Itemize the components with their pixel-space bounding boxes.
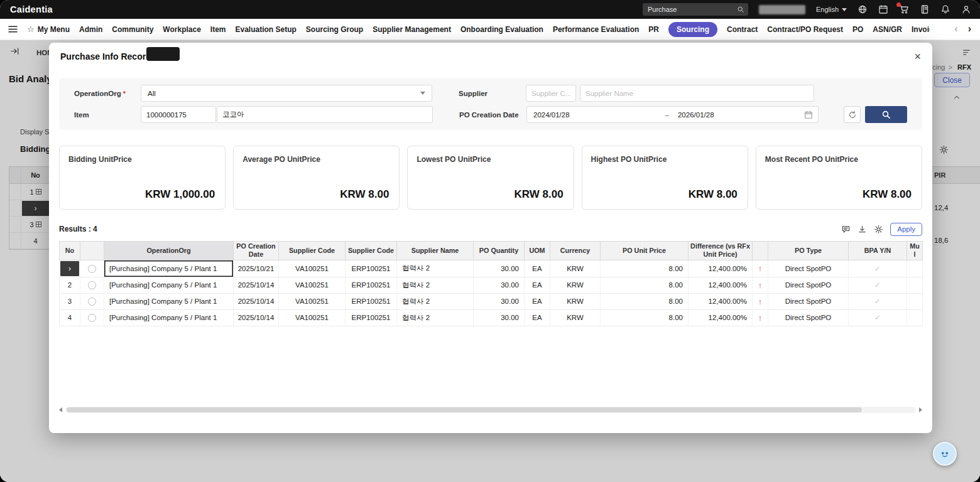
row-number-cell[interactable]: 4 xyxy=(60,309,80,326)
column-header[interactable]: PO Quantity xyxy=(474,242,525,260)
column-header[interactable]: PO Creation Date xyxy=(234,242,279,260)
cell-uom[interactable]: EA xyxy=(525,293,550,309)
horizontal-scrollbar[interactable] xyxy=(59,407,922,413)
cell-operation-org[interactable]: [Purchasing] Company 5 / Plant 1 xyxy=(104,260,234,277)
floating-dark-tab[interactable] xyxy=(146,47,180,61)
row-expander[interactable]: › xyxy=(60,261,79,276)
calendar-icon[interactable] xyxy=(804,110,813,119)
apply-button[interactable]: Apply xyxy=(890,223,922,236)
cell-po-type[interactable]: Direct SpotPO xyxy=(768,309,849,326)
cell-operation-org[interactable]: [Purchasing] Company 5 / Plant 1 xyxy=(104,277,234,293)
radio-button[interactable] xyxy=(88,297,96,306)
po-creation-date-range[interactable]: 2024/01/28 – 2026/01/28 xyxy=(526,106,819,123)
item-code-input[interactable] xyxy=(141,106,216,123)
nav-item-evaluation-setup[interactable]: Evaluation Setup xyxy=(236,25,297,34)
nav-item-my-menu[interactable]: ☆My Menu xyxy=(27,24,70,34)
mul-cell[interactable] xyxy=(907,309,923,326)
download-icon[interactable] xyxy=(858,225,867,234)
column-header[interactable]: OperationOrg xyxy=(104,242,234,260)
cell-difference[interactable]: 12,400.00% xyxy=(689,309,753,326)
cell-supplier-name[interactable]: 협력사 2 xyxy=(397,309,474,326)
bell-icon[interactable] xyxy=(940,4,950,14)
row-number-cell[interactable]: › xyxy=(60,260,80,277)
scrollbar-thumb[interactable] xyxy=(67,407,862,412)
column-header[interactable]: Difference (vs RFx Unit Price) xyxy=(689,242,753,260)
nav-item-sourcing-group[interactable]: Sourcing Group xyxy=(306,25,363,34)
bpa-cell[interactable]: ✓ xyxy=(849,293,907,309)
global-search[interactable] xyxy=(643,3,748,16)
cell-po-type[interactable]: Direct SpotPO xyxy=(768,293,849,309)
cell-po-creation-date[interactable]: 2025/10/14 xyxy=(234,293,279,309)
radio-cell[interactable] xyxy=(80,260,104,277)
cell-difference[interactable]: 12,400.00% xyxy=(689,277,753,293)
cell-supplier-code[interactable]: VA100251 xyxy=(279,277,346,293)
nav-item-invoice[interactable]: Invoice/ xyxy=(912,25,930,34)
cart-icon[interactable] xyxy=(899,4,909,14)
nav-item-workplace[interactable]: Workplace xyxy=(163,25,200,34)
cell-po-type[interactable]: Direct SpotPO xyxy=(768,260,849,277)
table-row[interactable]: 4[Purchasing] Company 5 / Plant 12025/10… xyxy=(60,309,923,326)
cell-difference[interactable]: 12,400.00% xyxy=(689,260,753,277)
nav-item-asn-gr[interactable]: ASN/GR xyxy=(873,25,902,34)
assistant-fab[interactable] xyxy=(933,442,957,466)
date-to[interactable]: 2026/01/28 xyxy=(678,111,714,119)
cell-supplier-name[interactable]: 협력사 2 xyxy=(397,277,474,293)
cell-po-quantity[interactable]: 30.00 xyxy=(474,293,525,309)
cell-po-quantity[interactable]: 30.00 xyxy=(474,277,525,293)
cell-supplier-code-erp[interactable]: ERP100251 xyxy=(346,260,397,277)
radio-cell[interactable] xyxy=(80,293,104,309)
scroll-left-arrow[interactable] xyxy=(59,407,62,412)
cell-uom[interactable]: EA xyxy=(525,309,550,326)
trend-cell[interactable]: ↑ xyxy=(753,277,768,293)
supplier-name-input[interactable] xyxy=(580,85,814,102)
cell-supplier-code[interactable]: VA100251 xyxy=(279,260,346,277)
date-from[interactable]: 2024/01/28 xyxy=(532,111,570,119)
mul-cell[interactable] xyxy=(907,277,923,293)
cell-po-unit-price[interactable]: 8.00 xyxy=(601,277,689,293)
search-button[interactable] xyxy=(865,106,907,123)
cell-po-unit-price[interactable]: 8.00 xyxy=(601,260,689,277)
cell-supplier-name[interactable]: 협력사 2 xyxy=(397,260,474,277)
nav-item-admin[interactable]: Admin xyxy=(79,25,102,34)
refresh-button[interactable] xyxy=(844,106,861,123)
cell-supplier-code[interactable]: VA100251 xyxy=(279,309,346,326)
operation-org-select[interactable]: All xyxy=(141,85,432,102)
column-header[interactable]: PO Type xyxy=(768,242,849,260)
nav-item-onboarding-evaluation[interactable]: Onboarding Evaluation xyxy=(460,25,543,34)
column-header[interactable]: No xyxy=(60,242,80,260)
bpa-cell[interactable]: ✓ xyxy=(849,277,907,293)
cell-po-unit-price[interactable]: 8.00 xyxy=(601,309,689,326)
close-icon[interactable]: × xyxy=(914,51,921,62)
user-icon[interactable] xyxy=(961,4,971,14)
nav-scroll-left-icon[interactable]: ‹ xyxy=(954,24,957,34)
table-row[interactable]: ›[Purchasing] Company 5 / Plant 12025/10… xyxy=(60,260,923,277)
nav-item-contract-po-request[interactable]: Contract/PO Request xyxy=(767,25,843,34)
cell-uom[interactable]: EA xyxy=(525,260,550,277)
column-header[interactable]: Mul xyxy=(907,242,923,260)
nav-scroll-right-icon[interactable]: › xyxy=(968,24,971,34)
mul-cell[interactable] xyxy=(907,293,923,309)
bpa-cell[interactable]: ✓ xyxy=(849,309,907,326)
cell-difference[interactable]: 12,400.00% xyxy=(689,293,753,309)
scrollbar-track[interactable] xyxy=(65,407,916,413)
column-header[interactable]: UOM xyxy=(525,242,550,260)
cell-po-unit-price[interactable]: 8.00 xyxy=(601,293,689,309)
globe-icon[interactable] xyxy=(858,4,868,14)
cell-currency[interactable]: KRW xyxy=(550,260,601,277)
column-header[interactable]: Supplier Name xyxy=(397,242,474,260)
cell-currency[interactable]: KRW xyxy=(550,277,601,293)
trend-cell[interactable]: ↑ xyxy=(753,260,768,277)
cell-po-type[interactable]: Direct SpotPO xyxy=(768,277,849,293)
row-number-cell[interactable]: 3 xyxy=(60,293,80,309)
cell-supplier-code[interactable]: VA100251 xyxy=(279,293,346,309)
table-row[interactable]: 2[Purchasing] Company 5 / Plant 12025/10… xyxy=(60,277,923,293)
radio-button[interactable] xyxy=(88,281,96,289)
nav-item-contract[interactable]: Contract xyxy=(727,25,758,34)
column-header[interactable] xyxy=(753,242,768,260)
item-name-input[interactable] xyxy=(217,106,433,123)
cell-po-creation-date[interactable]: 2025/10/14 xyxy=(234,309,279,326)
cell-operation-org[interactable]: [Purchasing] Company 5 / Plant 1 xyxy=(104,293,234,309)
bpa-cell[interactable]: ✓ xyxy=(849,260,907,277)
column-header[interactable]: Currency xyxy=(550,242,601,260)
table-row[interactable]: 3[Purchasing] Company 5 / Plant 12025/10… xyxy=(60,293,923,309)
